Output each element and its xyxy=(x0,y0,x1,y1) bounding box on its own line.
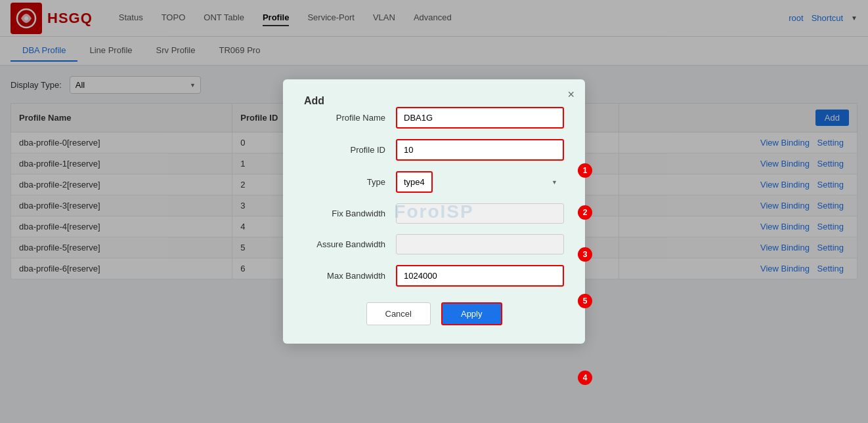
fix-bandwidth-label: Fix Bandwidth xyxy=(304,209,396,218)
profile-name-label: Profile Name xyxy=(304,113,396,123)
max-bandwidth-label: Max Bandwidth xyxy=(304,271,396,281)
type-label: Type xyxy=(304,177,396,187)
type-select[interactable]: type1 type2 type3 type4 xyxy=(396,171,433,193)
step-badge-3: 3 xyxy=(578,247,592,262)
profile-name-input[interactable] xyxy=(396,107,564,129)
step-badge-2: 2 xyxy=(578,205,592,220)
form-row-max-bandwidth: Max Bandwidth xyxy=(304,265,564,287)
modal-overlay: ForoISP Add × 1 Profile Name 2 Profile I… xyxy=(0,0,868,290)
profile-id-label: Profile ID xyxy=(304,145,396,155)
profile-id-input[interactable] xyxy=(396,139,564,161)
type-select-wrapper: type1 type2 type3 type4 xyxy=(396,171,564,193)
modal-title: Add xyxy=(304,95,324,106)
form-row-profile-id: Profile ID xyxy=(304,139,564,161)
form-row-profile-name: Profile Name xyxy=(304,107,564,129)
form-row-fix-bandwidth: Fix Bandwidth xyxy=(304,203,564,224)
add-modal: ForoISP Add × 1 Profile Name 2 Profile I… xyxy=(283,79,585,290)
assure-bandwidth-label: Assure Bandwidth xyxy=(304,239,396,249)
max-bandwidth-input[interactable] xyxy=(396,265,564,287)
assure-bandwidth-input[interactable] xyxy=(396,234,564,254)
step-badge-1: 1 xyxy=(578,163,592,178)
modal-close-button[interactable]: × xyxy=(567,89,575,100)
fix-bandwidth-input[interactable] xyxy=(396,203,564,224)
form-row-assure-bandwidth: Assure Bandwidth xyxy=(304,234,564,254)
form-row-type: Type type1 type2 type3 type4 xyxy=(304,171,564,193)
